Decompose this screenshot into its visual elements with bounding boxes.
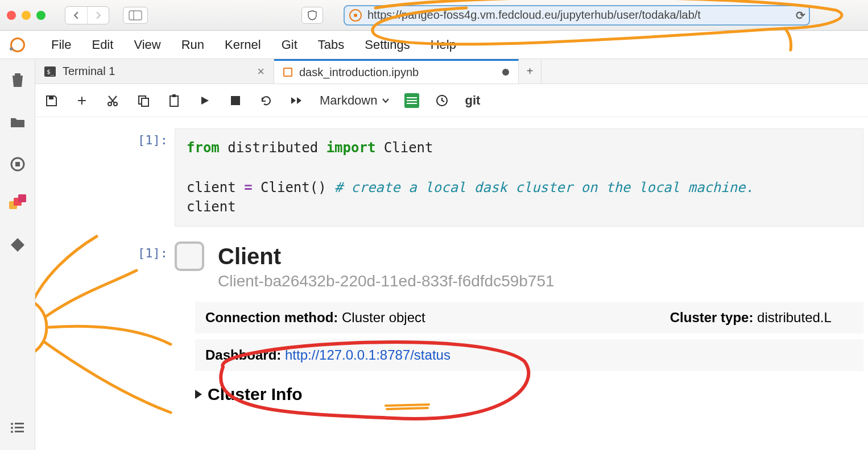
activity-bar — [0, 59, 35, 450]
code-kw: import — [326, 140, 376, 156]
code-text: client — [187, 180, 244, 195]
menu-kernel[interactable]: Kernel — [214, 38, 271, 52]
svg-rect-0 — [129, 11, 142, 20]
back-button[interactable] — [65, 7, 87, 24]
cell-type-label: Markdown — [320, 93, 377, 108]
menu-settings[interactable]: Settings — [354, 38, 420, 52]
svg-rect-8 — [15, 427, 24, 428]
svg-rect-19 — [172, 94, 176, 97]
running-icon[interactable] — [9, 156, 26, 173]
code-cell[interactable]: from distributed import Clientclient = C… — [175, 128, 863, 227]
copy-icon[interactable] — [135, 93, 151, 109]
svg-rect-18 — [170, 96, 178, 106]
svg-rect-4 — [15, 162, 20, 166]
git-toolbar-label[interactable]: git — [465, 93, 480, 108]
code-text: Client() — [253, 180, 335, 195]
browser-nav-buttons — [65, 6, 109, 24]
conn-label: Connection method: — [205, 310, 338, 325]
menu-run[interactable]: Run — [171, 38, 214, 52]
chevron-down-icon — [382, 98, 390, 103]
svg-rect-17 — [142, 98, 148, 106]
paste-icon[interactable] — [166, 93, 182, 109]
menu-view[interactable]: View — [123, 38, 171, 52]
stop-icon[interactable] — [228, 93, 243, 109]
conn-value: Cluster object — [338, 310, 425, 325]
type-value: distributed.L — [753, 310, 831, 325]
restart-icon[interactable] — [258, 93, 274, 109]
reload-icon[interactable]: ⟳ — [796, 9, 805, 22]
triangle-right-icon — [195, 390, 202, 399]
folder-icon[interactable] — [9, 114, 26, 131]
unsaved-dot-icon — [502, 69, 509, 76]
dask-extension-icon[interactable] — [9, 198, 26, 211]
new-tab-button[interactable]: + — [519, 59, 542, 84]
client-details-row: Connection method: Cluster object Cluste… — [195, 302, 863, 334]
close-window-icon[interactable] — [7, 11, 16, 20]
trash-icon[interactable] — [9, 72, 26, 89]
window-traffic-lights — [7, 11, 46, 20]
jupyter-logo-icon — [5, 32, 31, 58]
clock-icon[interactable] — [434, 93, 450, 109]
menu-help[interactable]: Help — [420, 38, 466, 52]
tab-terminal[interactable]: $_ Terminal 1 × — [35, 59, 274, 84]
sidebar-toggle-button[interactable] — [123, 7, 148, 24]
menu-file[interactable]: File — [41, 38, 81, 52]
minimize-window-icon[interactable] — [22, 11, 31, 20]
git-icon[interactable] — [9, 236, 26, 253]
privacy-shield-button[interactable] — [301, 7, 323, 24]
cluster-info-label: Cluster Info — [208, 385, 303, 404]
svg-text:$_: $_ — [47, 68, 55, 76]
url-text: https://pangeo-foss4g.vm.fedcloud.eu/jup… — [367, 9, 701, 22]
dashboard-row: Dashboard: http://127.0.0.1:8787/status — [195, 339, 863, 371]
code-text: client — [187, 199, 236, 215]
address-bar[interactable]: https://pangeo-foss4g.vm.fedcloud.eu/jup… — [344, 5, 810, 26]
jupyter-menu-bar: File Edit View Run Kernel Git Tabs Setti… — [0, 31, 868, 59]
tab-label: dask_introduction.ipynb — [299, 66, 419, 79]
render-markdown-icon[interactable] — [404, 93, 419, 108]
cut-icon[interactable] — [105, 93, 121, 109]
type-label: Cluster type: — [670, 310, 754, 325]
dashboard-link[interactable]: http://127.0.0.1:8787/status — [285, 347, 450, 363]
notebook-icon — [283, 68, 292, 77]
fast-forward-icon[interactable] — [289, 93, 305, 109]
menu-git[interactable]: Git — [271, 38, 308, 52]
svg-point-7 — [11, 427, 13, 429]
input-prompt: [1]: — [35, 128, 175, 147]
close-tab-icon[interactable]: × — [257, 64, 264, 79]
terminal-icon: $_ — [44, 66, 56, 77]
svg-rect-20 — [231, 96, 240, 105]
client-title: Client — [218, 244, 281, 269]
code-text: distributed — [220, 140, 326, 156]
code-kw: from — [187, 140, 220, 156]
client-id: Client-ba26432b-220d-11ed-833f-f6dfdc59b… — [218, 272, 863, 290]
site-favicon-icon — [349, 9, 362, 22]
run-icon[interactable] — [197, 93, 213, 109]
zoom-window-icon[interactable] — [36, 11, 46, 20]
svg-point-5 — [11, 423, 13, 425]
tab-notebook[interactable]: dask_introduction.ipynb — [274, 59, 519, 84]
menu-tabs[interactable]: Tabs — [308, 38, 354, 52]
output-prompt: [1]: — [35, 241, 175, 260]
code-comment: # create a local dask cluster on the loc… — [334, 180, 754, 195]
output-area: Client Client-ba26432b-220d-11ed-833f-f6… — [175, 241, 868, 404]
dashboard-label: Dashboard: — [205, 347, 285, 363]
cluster-info-toggle[interactable]: Cluster Info — [195, 385, 863, 404]
svg-rect-10 — [15, 431, 24, 432]
tab-label: Terminal 1 — [63, 65, 115, 78]
add-cell-icon[interactable]: + — [74, 93, 90, 109]
svg-rect-2 — [15, 73, 20, 76]
svg-rect-13 — [49, 96, 53, 99]
tab-strip: $_ Terminal 1 × dask_introduction.ipynb … — [35, 59, 868, 84]
toc-icon[interactable] — [9, 419, 26, 436]
client-cube-icon[interactable] — [175, 241, 204, 271]
svg-point-9 — [11, 431, 13, 433]
menu-edit[interactable]: Edit — [81, 38, 123, 52]
cell-type-select[interactable]: Markdown — [320, 93, 390, 108]
notebook-toolbar: + Markdown git — [35, 84, 868, 117]
code-op: = — [244, 180, 252, 195]
save-icon[interactable] — [43, 93, 59, 109]
svg-rect-6 — [15, 423, 24, 424]
code-text: Client — [375, 140, 433, 156]
forward-button[interactable] — [87, 7, 109, 24]
